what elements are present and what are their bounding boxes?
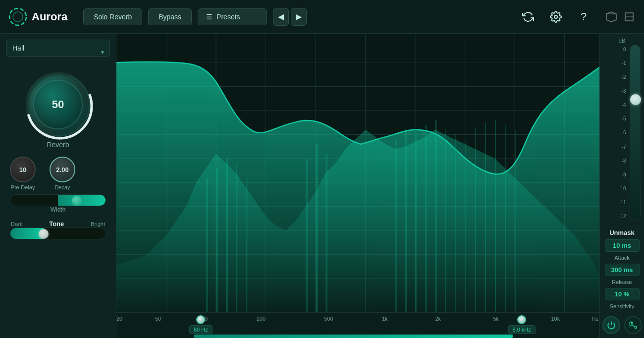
decay-knob[interactable]: 2.00 (50, 157, 75, 182)
db-label-12: -12 (602, 214, 626, 219)
logo-area: Aurora (8, 7, 67, 27)
tone-slider[interactable] (10, 227, 106, 239)
pre-delay-value: 10 (19, 166, 26, 173)
aurora-logo-icon (8, 7, 28, 27)
tone-slider-thumb (39, 229, 49, 239)
freq-label-2k: 2k (435, 316, 441, 322)
pre-delay-label: Pre-Delay (11, 184, 35, 190)
preset-select[interactable]: Hall Room Plate Spring Chamber (6, 40, 110, 56)
visualizer-area: 20 50 100 200 500 1k 2k 5k 10k Hz 80 Hz (116, 34, 599, 338)
db-label-3: -3 (602, 88, 626, 94)
presets-label: Presets (216, 13, 240, 21)
gain-fader-thumb[interactable] (630, 94, 641, 105)
db-title: dB (619, 38, 625, 44)
db-label-2: -2 (602, 74, 626, 80)
bypass-button[interactable]: Bypass (148, 8, 192, 25)
app-container: Aurora Solo Reverb Bypass ☰ Presets ◀ ▶ (0, 0, 644, 338)
loop-button[interactable] (517, 6, 539, 28)
next-preset-button[interactable]: ▶ (291, 8, 307, 26)
reverb-knob[interactable]: 50 (26, 72, 90, 137)
high-freq-label: 8.0 kHz (508, 325, 536, 334)
sensitivity-value-box[interactable]: 10 % (605, 288, 640, 300)
low-freq-handle-area: 80 Hz (189, 315, 213, 334)
top-bar: Aurora Solo Reverb Bypass ☰ Presets ◀ ▶ (0, 0, 644, 34)
tone-labels: Dark Tone Bright (10, 220, 106, 227)
freq-label-hz: Hz (592, 316, 598, 322)
bottom-icons (602, 316, 642, 334)
settings-button[interactable] (545, 6, 567, 28)
unmask-section: Unmask 10 ms Attack 300 ms Release 10 % … (600, 225, 644, 334)
tone-slider-row: Dark Tone Bright (6, 220, 110, 239)
left-panel: Hall Room Plate Spring Chamber (0, 34, 116, 338)
db-label-8: -8 (602, 158, 626, 164)
preset-select-wrapper[interactable]: Hall Room Plate Spring Chamber (6, 40, 110, 64)
attack-value-box[interactable]: 10 ms (605, 239, 640, 252)
presets-list-icon: ☰ (206, 13, 213, 21)
freq-label-200: 200 (257, 316, 266, 322)
db-label-6: -6 (602, 130, 626, 135)
eq-canvas[interactable] (116, 34, 599, 312)
db-label-0: 0 (602, 47, 626, 52)
low-freq-handle[interactable] (196, 315, 205, 324)
svg-point-1 (13, 12, 23, 22)
app-title: Aurora (32, 10, 67, 23)
pre-delay-knob[interactable]: 10 (10, 157, 36, 182)
freq-range-bar (194, 335, 513, 338)
reverb-knob-container: 50 Reverb (26, 72, 90, 155)
decay-label: Decay (54, 184, 70, 190)
db-label-5: -5 (602, 116, 626, 121)
freq-label-500: 500 (324, 316, 333, 322)
width-slider[interactable] (10, 194, 106, 206)
decay-value: 2.00 (56, 166, 68, 173)
preset-nav: ◀ ▶ (273, 8, 307, 26)
unmask-label: Unmask (609, 229, 635, 236)
high-freq-handle-area: 8.0 kHz (508, 315, 536, 334)
freq-axis: 20 50 100 200 500 1k 2k 5k 10k Hz 80 Hz (116, 312, 599, 338)
db-label-4: -4 (602, 102, 626, 108)
main-area: Hall Room Plate Spring Chamber (0, 34, 644, 338)
brand-icons (604, 10, 636, 24)
freq-label-10k: 10k (551, 316, 560, 322)
reverb-knob-inner: 50 (33, 80, 83, 129)
help-button[interactable]: ? (573, 6, 594, 28)
db-label-1: -1 (602, 60, 626, 66)
presets-button[interactable]: ☰ Presets (198, 8, 267, 25)
db-label-7: -7 (602, 144, 626, 150)
pre-delay-container: 10 Pre-Delay (10, 157, 36, 190)
brand-icon-1 (604, 10, 618, 24)
eq-visualization (116, 34, 599, 312)
db-label-9: -9 (602, 172, 626, 177)
release-label: Release (612, 279, 632, 285)
brand-icon-2 (622, 10, 636, 24)
freq-label-5k: 5k (493, 316, 499, 322)
width-label: Width (10, 206, 106, 213)
tone-center-label: Tone (49, 220, 64, 227)
decay-container: 2.00 Decay (50, 157, 75, 190)
tone-bright-label: Bright (91, 221, 105, 227)
low-freq-label: 80 Hz (189, 325, 213, 334)
width-slider-row: Width (6, 194, 110, 215)
freq-label-50: 50 (155, 316, 161, 322)
freq-label-1k: 1k (382, 316, 388, 322)
svg-point-0 (9, 8, 26, 25)
right-panel: dB 0 -1 -2 -3 -4 -5 -6 -7 -8 -9 -10 -11 (599, 34, 644, 338)
power-icon-button[interactable] (602, 316, 620, 334)
reverb-label: Reverb (47, 141, 69, 149)
prev-preset-button[interactable]: ◀ (273, 8, 289, 26)
svg-point-2 (554, 15, 557, 18)
release-value-box[interactable]: 300 ms (605, 264, 640, 276)
reverb-value: 50 (52, 98, 64, 111)
high-freq-handle[interactable] (517, 315, 526, 324)
freq-label-20: 20 (116, 316, 122, 322)
small-knobs-row: 10 Pre-Delay 2.00 Decay (6, 157, 110, 190)
sensitivity-label: Sensitivity (610, 303, 635, 309)
db-label-11: -11 (602, 200, 626, 205)
db-label-10: -10 (602, 186, 626, 191)
gain-fader[interactable] (630, 45, 641, 221)
tone-dark-label: Dark (11, 221, 22, 227)
attack-label: Attack (614, 255, 630, 261)
solo-reverb-button[interactable]: Solo Reverb (83, 8, 142, 25)
ear-icon-button[interactable] (624, 316, 642, 334)
